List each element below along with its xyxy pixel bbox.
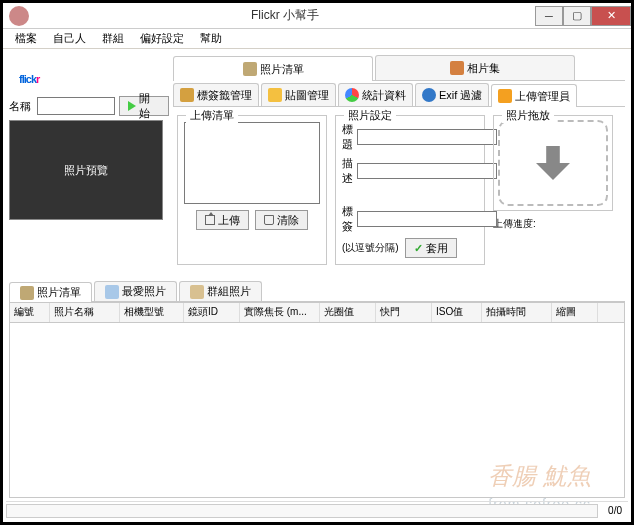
table-header: 編號 照片名稱 相機型號 鏡頭ID 實際焦長 (m... 光圈值 快門 ISO值… [10,303,624,323]
tag-input[interactable] [357,211,497,227]
drop-group: 照片拖放 [493,115,613,211]
chart-icon [345,88,359,102]
upload-icon [205,215,215,225]
tag-label: 標簽 [342,204,353,234]
play-icon [128,101,136,111]
bookmark-icon [105,285,119,299]
upload-mgr-icon [498,89,512,103]
clear-button[interactable]: 清除 [255,210,308,230]
menu-group[interactable]: 群組 [96,29,130,48]
trash-icon [264,215,274,225]
title-input[interactable] [357,129,497,145]
close-button[interactable]: ✕ [591,6,631,26]
col-thumb[interactable]: 縮圖 [552,303,598,322]
arrow-down-icon [536,146,570,180]
tab-photo-list[interactable]: 照片清單 [173,56,373,81]
col-aperture[interactable]: 光圈值 [320,303,376,322]
col-iso[interactable]: ISO值 [432,303,482,322]
subtab-pic-mgr[interactable]: 貼圖管理 [261,83,336,106]
subtab-exif[interactable]: Exif 過濾 [415,83,489,106]
tab-album[interactable]: 相片集 [375,55,575,80]
name-input[interactable] [37,97,115,115]
apply-button[interactable]: ✓套用 [405,238,457,258]
subtab-tag-mgr[interactable]: 標簽籤管理 [173,83,259,106]
separator-note: (以逗號分隔) [342,241,399,255]
menubar: 檔案 自己人 群組 偏好設定 幫助 [3,29,631,49]
col-lens[interactable]: 鏡頭ID [184,303,240,322]
col-id[interactable]: 編號 [10,303,50,322]
upload-progress-label: 上傳進度: [493,217,613,231]
btab-group-photos[interactable]: 群組照片 [179,281,262,301]
window-title: Flickr 小幫手 [35,7,535,24]
menu-help[interactable]: 幫助 [194,29,228,48]
check-icon: ✓ [414,242,423,255]
statusbar: 0/0 [6,501,628,519]
photo-settings-group: 照片設定 標題 描述 標簽 (以逗號分隔) ✓套用 [335,115,485,265]
col-time[interactable]: 拍攝時間 [482,303,552,322]
camera-icon [20,286,34,300]
title-label: 標題 [342,122,353,152]
flickr-logo: flickr [9,55,169,96]
btab-favorites[interactable]: 最愛照片 [94,281,177,301]
upload-button[interactable]: 上傳 [196,210,249,230]
drop-zone[interactable] [498,120,608,206]
tag-icon [180,88,194,102]
maximize-button[interactable]: ▢ [563,6,591,26]
counter: 0/0 [602,505,628,516]
drop-legend: 照片拖放 [502,108,554,123]
start-button[interactable]: 開始 [119,96,169,116]
album-icon [450,61,464,75]
progressbar [6,504,598,518]
photo-table[interactable]: 編號 照片名稱 相機型號 鏡頭ID 實際焦長 (m... 光圈值 快門 ISO值… [9,302,625,498]
photo-settings-legend: 照片設定 [344,108,396,123]
col-shutter[interactable]: 快門 [376,303,432,322]
upload-list-legend: 上傳清單 [186,108,238,123]
upload-listbox[interactable] [184,122,320,204]
app-icon [9,6,29,26]
desc-input[interactable] [357,163,497,179]
upload-list-group: 上傳清單 上傳 清除 [177,115,327,265]
group-icon [190,285,204,299]
desc-label: 描述 [342,156,353,186]
picture-icon [268,88,282,102]
btab-photo-list[interactable]: 照片清單 [9,282,92,302]
menu-self[interactable]: 自己人 [47,29,92,48]
col-focal[interactable]: 實際焦長 (m... [240,303,320,322]
titlebar: Flickr 小幫手 ─ ▢ ✕ [3,3,631,29]
col-camera[interactable]: 相機型號 [120,303,184,322]
photo-preview: 照片預覽 [9,120,163,220]
col-name[interactable]: 照片名稱 [50,303,120,322]
subtab-upload-mgr[interactable]: 上傳管理員 [491,84,577,107]
menu-prefs[interactable]: 偏好設定 [134,29,190,48]
camera-icon [243,62,257,76]
minimize-button[interactable]: ─ [535,6,563,26]
name-label: 名稱 [9,99,33,114]
exif-icon [422,88,436,102]
subtab-stats[interactable]: 統計資料 [338,83,413,106]
menu-file[interactable]: 檔案 [9,29,43,48]
